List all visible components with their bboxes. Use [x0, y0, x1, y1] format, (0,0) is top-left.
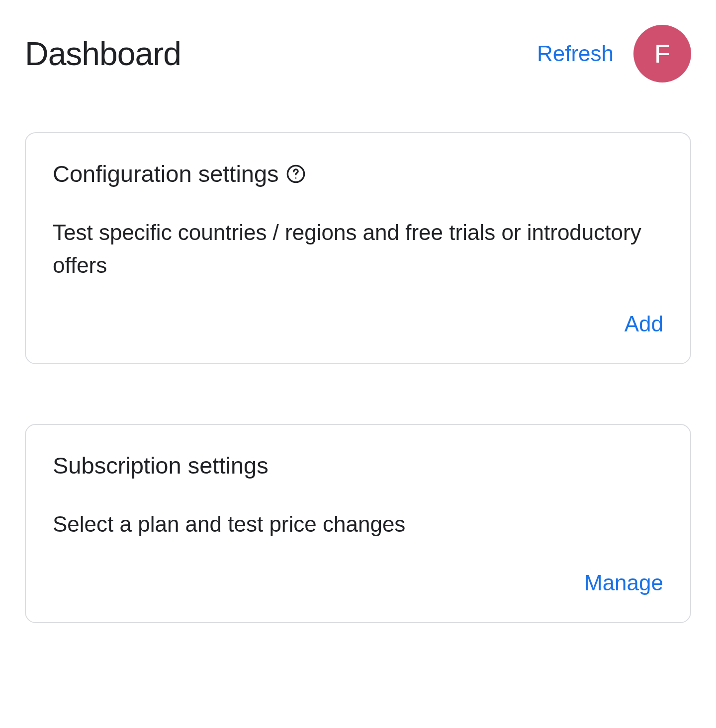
- manage-button[interactable]: Manage: [584, 570, 663, 595]
- subscription-card-title: Subscription settings: [53, 452, 268, 479]
- configuration-card-description: Test specific countries / regions and fr…: [53, 216, 663, 282]
- avatar[interactable]: F: [633, 25, 691, 82]
- refresh-button[interactable]: Refresh: [537, 41, 614, 66]
- help-icon[interactable]: [286, 164, 306, 184]
- page-title: Dashboard: [25, 35, 181, 73]
- configuration-card-title: Configuration settings: [53, 160, 279, 187]
- subscription-settings-card: Subscription settings Select a plan and …: [25, 424, 691, 623]
- subscription-card-description: Select a plan and test price changes: [53, 508, 663, 541]
- card-action-row: Add: [53, 312, 663, 336]
- header: Dashboard Refresh F: [25, 25, 691, 82]
- header-right: Refresh F: [537, 25, 691, 82]
- svg-point-1: [295, 177, 296, 179]
- card-title-row: Subscription settings: [53, 452, 663, 479]
- card-title-row: Configuration settings: [53, 160, 663, 187]
- add-button[interactable]: Add: [625, 312, 663, 336]
- configuration-settings-card: Configuration settings Test specific cou…: [25, 132, 691, 364]
- card-action-row: Manage: [53, 570, 663, 595]
